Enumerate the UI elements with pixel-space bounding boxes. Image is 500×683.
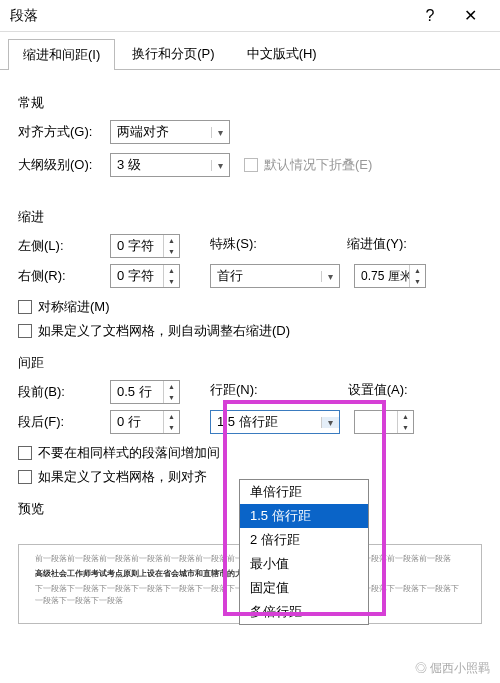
alignment-value: 两端对齐	[111, 123, 211, 141]
indent-right-value: 0 字符	[111, 267, 163, 285]
line-option-multiple[interactable]: 多倍行距	[240, 600, 368, 624]
mirror-indent-label: 对称缩进(M)	[38, 298, 110, 316]
space-before-value: 0.5 行	[111, 383, 163, 401]
tab-asian-typography[interactable]: 中文版式(H)	[232, 38, 332, 69]
line-option-atleast[interactable]: 最小值	[240, 552, 368, 576]
outline-combo[interactable]: 3 级 ▾	[110, 153, 230, 177]
line-spacing-combo[interactable]: 1.5 倍行距 ▾	[210, 410, 340, 434]
up-arrow-icon[interactable]: ▲	[164, 265, 179, 276]
indent-value-value: 0.75 厘米	[355, 268, 409, 285]
chevron-down-icon: ▾	[211, 160, 229, 171]
indent-left-label: 左侧(L):	[18, 237, 110, 255]
down-arrow-icon[interactable]: ▼	[164, 246, 179, 257]
down-arrow-icon[interactable]: ▼	[164, 392, 179, 403]
space-after-label: 段后(F):	[18, 413, 110, 431]
down-arrow-icon[interactable]: ▼	[410, 276, 425, 287]
up-arrow-icon[interactable]: ▲	[410, 265, 425, 276]
up-arrow-icon[interactable]: ▲	[164, 235, 179, 246]
up-arrow-icon[interactable]: ▲	[164, 411, 179, 422]
mirror-indent-checkbox[interactable]	[18, 300, 32, 314]
indent-value-label: 缩进值(Y):	[347, 235, 407, 253]
outline-label: 大纲级别(O):	[18, 156, 110, 174]
space-after-value: 0 行	[111, 413, 163, 431]
down-arrow-icon[interactable]: ▼	[398, 422, 413, 433]
up-arrow-icon[interactable]: ▲	[398, 411, 413, 422]
no-space-same-style-checkbox[interactable]	[18, 446, 32, 460]
line-option-1-5[interactable]: 1.5 倍行距	[240, 504, 368, 528]
line-spacing-value: 1.5 倍行距	[211, 413, 321, 431]
chevron-down-icon: ▾	[211, 127, 229, 138]
line-spacing-dropdown: 单倍行距 1.5 倍行距 2 倍行距 最小值 固定值 多倍行距	[239, 479, 369, 625]
special-value: 首行	[211, 267, 321, 285]
indent-heading: 缩进	[18, 208, 482, 226]
collapse-checkbox	[244, 158, 258, 172]
watermark-text: ◎ 倔西小照羁	[415, 660, 490, 677]
indent-value-spinner[interactable]: 0.75 厘米 ▲▼	[354, 264, 426, 288]
special-label: 特殊(S):	[210, 235, 257, 253]
space-after-spinner[interactable]: 0 行 ▲▼	[110, 410, 180, 434]
spacing-heading: 间距	[18, 354, 482, 372]
line-option-exactly[interactable]: 固定值	[240, 576, 368, 600]
chevron-down-icon: ▾	[321, 271, 339, 282]
set-value-spinner[interactable]: ▲▼	[354, 410, 414, 434]
space-before-spinner[interactable]: 0.5 行 ▲▼	[110, 380, 180, 404]
outline-value: 3 级	[111, 156, 211, 174]
tab-indent-spacing[interactable]: 缩进和间距(I)	[8, 39, 115, 70]
indent-right-label: 右侧(R):	[18, 267, 110, 285]
indent-right-spinner[interactable]: 0 字符 ▲▼	[110, 264, 180, 288]
line-spacing-label: 行距(N):	[210, 381, 258, 399]
close-button[interactable]: ✕	[450, 6, 490, 25]
tab-line-page-breaks[interactable]: 换行和分页(P)	[117, 38, 229, 69]
space-before-label: 段前(B):	[18, 383, 110, 401]
chevron-down-icon: ▾	[321, 417, 339, 428]
special-combo[interactable]: 首行 ▾	[210, 264, 340, 288]
down-arrow-icon[interactable]: ▼	[164, 276, 179, 287]
help-button[interactable]: ?	[410, 7, 450, 25]
up-arrow-icon[interactable]: ▲	[164, 381, 179, 392]
line-option-single[interactable]: 单倍行距	[240, 480, 368, 504]
auto-adjust-indent-checkbox[interactable]	[18, 324, 32, 338]
indent-left-value: 0 字符	[111, 237, 163, 255]
snap-to-grid-checkbox[interactable]	[18, 470, 32, 484]
set-value-label: 设置值(A):	[348, 381, 408, 399]
general-heading: 常规	[18, 94, 482, 112]
tab-strip: 缩进和间距(I) 换行和分页(P) 中文版式(H)	[0, 38, 500, 70]
no-space-same-style-label: 不要在相同样式的段落间增加间	[38, 444, 220, 462]
line-option-double[interactable]: 2 倍行距	[240, 528, 368, 552]
window-title: 段落	[10, 7, 410, 25]
collapse-label: 默认情况下折叠(E)	[264, 156, 372, 174]
down-arrow-icon[interactable]: ▼	[164, 422, 179, 433]
alignment-label: 对齐方式(G):	[18, 123, 110, 141]
alignment-combo[interactable]: 两端对齐 ▾	[110, 120, 230, 144]
snap-to-grid-label: 如果定义了文档网格，则对齐	[38, 468, 207, 486]
indent-left-spinner[interactable]: 0 字符 ▲▼	[110, 234, 180, 258]
auto-adjust-indent-label: 如果定义了文档网格，则自动调整右缩进(D)	[38, 322, 290, 340]
